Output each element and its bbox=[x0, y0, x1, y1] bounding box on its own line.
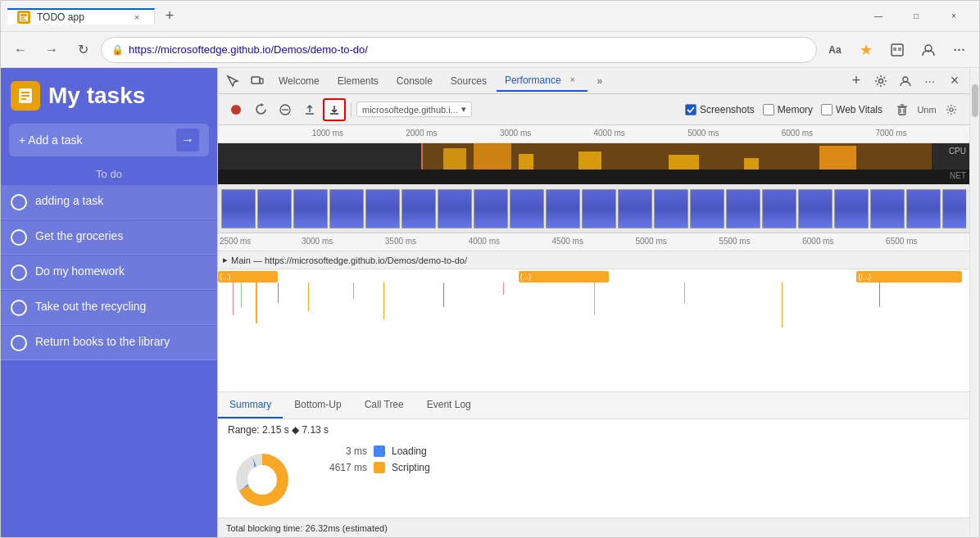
scripting-value: 4617 ms bbox=[326, 462, 367, 473]
net-overview[interactable]: NET bbox=[218, 170, 969, 184]
web-vitals-checkbox[interactable] bbox=[821, 104, 833, 115]
add-tab-button[interactable]: + bbox=[845, 70, 868, 93]
tab-more[interactable]: » bbox=[589, 72, 611, 90]
perf-settings-button[interactable] bbox=[940, 98, 963, 121]
tab-console[interactable]: Console bbox=[388, 72, 441, 90]
screenshot-thumb[interactable] bbox=[329, 189, 364, 228]
expand-icon[interactable]: ▸ bbox=[223, 255, 228, 265]
screenshot-thumb[interactable] bbox=[726, 189, 760, 228]
reload-record-button[interactable] bbox=[249, 98, 272, 121]
task-text: adding a task bbox=[35, 193, 103, 210]
screenshot-thumb[interactable] bbox=[690, 189, 724, 228]
minimize-button[interactable]: — bbox=[860, 1, 897, 32]
clear-recording-button[interactable] bbox=[274, 98, 297, 121]
devtools-account-button[interactable] bbox=[894, 70, 917, 93]
screenshot-thumb[interactable] bbox=[618, 189, 652, 228]
tab-call-tree[interactable]: Call Tree bbox=[353, 392, 415, 418]
tab-event-log[interactable]: Event Log bbox=[415, 392, 483, 418]
devtools-more-button[interactable]: ··· bbox=[919, 70, 941, 93]
legend: 3 ms Loading 4617 ms Scripting bbox=[326, 445, 430, 473]
new-tab-button[interactable]: + bbox=[155, 2, 184, 31]
record-button[interactable] bbox=[225, 98, 247, 121]
memory-checkbox-group: Memory bbox=[763, 104, 813, 115]
forward-button[interactable]: → bbox=[39, 37, 65, 63]
collections-button[interactable] bbox=[884, 37, 910, 63]
screenshots-strip: // will render via JS below bbox=[218, 184, 969, 233]
profile-button[interactable] bbox=[915, 37, 941, 63]
list-item[interactable]: Get the groceries bbox=[1, 220, 217, 255]
cpu-overview[interactable]: CPU bbox=[218, 143, 969, 170]
unmute-button[interactable]: Unm bbox=[915, 98, 938, 121]
scrollbar-thumb[interactable] bbox=[972, 84, 978, 117]
screenshot-thumb[interactable] bbox=[474, 189, 508, 228]
lock-icon: 🔒 bbox=[111, 44, 124, 56]
close-devtools-button[interactable]: × bbox=[943, 70, 966, 93]
flame-line bbox=[233, 283, 234, 315]
tab-bottom-up[interactable]: Bottom-Up bbox=[283, 392, 352, 418]
title-bar: TODO app × + — □ × bbox=[1, 1, 979, 32]
vertical-scrollbar[interactable] bbox=[969, 68, 979, 537]
delete-recording-button[interactable] bbox=[891, 98, 914, 121]
browser-menu-button[interactable]: ··· bbox=[946, 37, 973, 63]
task-checkbox[interactable] bbox=[11, 300, 27, 316]
screenshot-thumb[interactable] bbox=[510, 189, 544, 228]
import-button[interactable] bbox=[323, 98, 346, 121]
detail-mark-4500: 4500 ms bbox=[552, 237, 583, 246]
devtools-settings-button[interactable] bbox=[869, 70, 892, 93]
screenshot-thumb[interactable] bbox=[365, 189, 400, 228]
close-button[interactable]: × bbox=[935, 1, 973, 32]
inspect-element-button[interactable] bbox=[221, 70, 244, 93]
screenshot-thumb[interactable] bbox=[870, 189, 905, 228]
device-emulation-button[interactable] bbox=[246, 70, 269, 93]
add-task-button[interactable]: + Add a task → bbox=[9, 124, 209, 156]
flame-line bbox=[308, 283, 309, 311]
tab-sources[interactable]: Sources bbox=[442, 72, 495, 90]
url-filter-input[interactable]: microsoftedge.github.i... ▾ bbox=[356, 102, 472, 117]
detail-mark-2500: 2500 ms bbox=[220, 237, 251, 246]
screenshot-thumb[interactable] bbox=[438, 189, 472, 228]
list-item[interactable]: Take out the recycling bbox=[1, 291, 217, 325]
performance-content: 1000 ms 2000 ms 3000 ms 4000 ms 5000 ms … bbox=[218, 125, 969, 537]
screenshot-thumb[interactable] bbox=[762, 189, 796, 228]
list-item[interactable]: Do my homework bbox=[1, 255, 217, 290]
memory-checkbox[interactable] bbox=[763, 104, 774, 115]
screenshot-thumb[interactable] bbox=[654, 189, 688, 228]
url-input[interactable]: 🔒 https://microsoftedge.github.io/Demos/… bbox=[101, 37, 817, 63]
task-checkbox[interactable] bbox=[11, 264, 27, 281]
browser-tab[interactable]: TODO app × bbox=[7, 8, 155, 25]
tab-elements[interactable]: Elements bbox=[329, 72, 387, 90]
ruler-mark-4000: 4000 ms bbox=[594, 129, 625, 138]
list-item[interactable]: adding a task bbox=[1, 185, 217, 219]
screenshot-thumb[interactable] bbox=[906, 189, 941, 228]
loading-label: Loading bbox=[392, 445, 427, 457]
tab-summary[interactable]: Summary bbox=[218, 392, 283, 418]
screenshot-thumb[interactable] bbox=[798, 189, 833, 228]
flame-chart[interactable]: (...) (...) (i...) bbox=[218, 269, 969, 391]
browser-window: TODO app × + — □ × ← → ↻ 🔒 https://micro… bbox=[0, 0, 980, 538]
screenshot-thumb[interactable] bbox=[942, 189, 966, 228]
screenshot-thumb[interactable] bbox=[293, 189, 328, 228]
screenshots-checkbox[interactable] bbox=[685, 104, 696, 115]
screenshot-thumb[interactable] bbox=[546, 189, 580, 228]
favorites-button[interactable]: ★ bbox=[853, 37, 879, 63]
task-text: Do my homework bbox=[35, 264, 125, 280]
screenshot-thumb[interactable] bbox=[402, 189, 436, 228]
list-item[interactable]: Return books to the library bbox=[1, 326, 217, 360]
screenshot-thumb[interactable] bbox=[221, 189, 256, 228]
tab-close-btn[interactable]: × bbox=[129, 10, 144, 25]
performance-tab-close[interactable]: × bbox=[566, 74, 579, 87]
screenshot-thumb[interactable] bbox=[257, 189, 292, 228]
task-checkbox[interactable] bbox=[11, 335, 27, 351]
export-button[interactable] bbox=[298, 98, 321, 121]
tab-performance[interactable]: Performance × bbox=[497, 70, 588, 92]
tab-welcome[interactable]: Welcome bbox=[270, 72, 328, 90]
refresh-button[interactable]: ↻ bbox=[70, 37, 96, 63]
task-checkbox[interactable] bbox=[11, 194, 27, 210]
screenshot-thumb[interactable] bbox=[582, 189, 616, 228]
back-button[interactable]: ← bbox=[7, 37, 34, 63]
url-filter-dropdown[interactable]: ▾ bbox=[461, 104, 466, 115]
screenshot-thumb[interactable] bbox=[834, 189, 869, 228]
task-checkbox[interactable] bbox=[11, 229, 27, 246]
read-aloud-button[interactable]: Aa bbox=[822, 37, 848, 63]
maximize-button[interactable]: □ bbox=[897, 1, 935, 32]
